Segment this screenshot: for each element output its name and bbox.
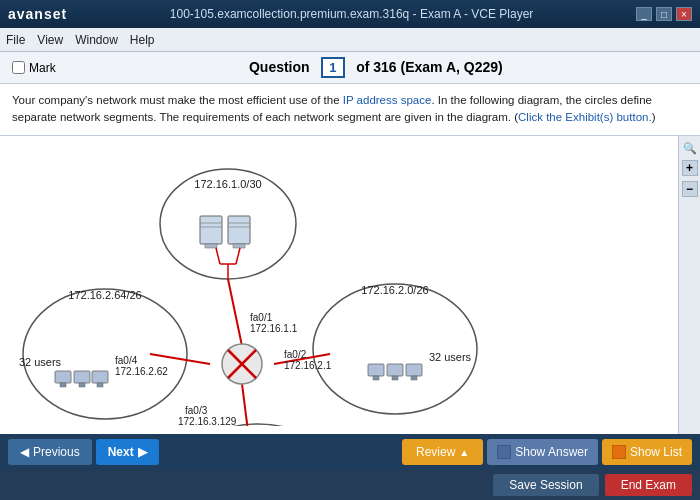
svg-rect-42 — [97, 383, 103, 387]
svg-text:172.16.2.62: 172.16.2.62 — [115, 366, 168, 377]
svg-rect-29 — [233, 244, 245, 248]
menu-file[interactable]: File — [6, 33, 25, 47]
svg-rect-44 — [373, 376, 379, 380]
svg-text:fa0/3: fa0/3 — [185, 405, 208, 416]
svg-line-31 — [236, 248, 240, 264]
svg-line-11 — [242, 384, 248, 426]
svg-line-30 — [216, 248, 220, 264]
save-session-button[interactable]: Save Session — [493, 474, 598, 496]
svg-point-2 — [23, 289, 187, 419]
close-button[interactable]: × — [676, 7, 692, 21]
mark-label: Mark — [29, 61, 56, 75]
prev-label: Previous — [33, 445, 80, 459]
end-exam-button[interactable]: End Exam — [605, 474, 692, 496]
next-label: Next — [108, 445, 134, 459]
mark-checkbox[interactable] — [12, 61, 25, 74]
logo-prefix: avan — [8, 6, 44, 22]
search-icon[interactable]: 🔍 — [683, 142, 697, 155]
menu-help[interactable]: Help — [130, 33, 155, 47]
review-arrow: ▲ — [459, 447, 469, 458]
title-bar: avanset 100-105.examcollection.premium.e… — [0, 0, 700, 28]
review-button[interactable]: Review ▲ — [402, 439, 483, 465]
bottom-toolbar: ◀ Previous Next ▶ Review ▲ Show Answer S… — [0, 434, 700, 470]
svg-rect-45 — [387, 364, 403, 376]
show-list-button[interactable]: Show List — [602, 439, 692, 465]
question-label: Question — [249, 59, 310, 75]
diagram-area: 172.16.1.0/30 172.16.2.64/26 172.16.2.0/… — [0, 136, 700, 435]
next-arrow: ▶ — [138, 445, 147, 459]
scroll-panel: 🔍 + − — [678, 136, 700, 435]
svg-rect-25 — [205, 244, 217, 248]
svg-line-8 — [228, 279, 242, 346]
svg-text:172.16.1.0/30: 172.16.1.0/30 — [194, 178, 261, 190]
menu-window[interactable]: Window — [75, 33, 118, 47]
svg-rect-22 — [200, 216, 222, 244]
svg-text:32 users: 32 users — [429, 351, 472, 363]
list-icon — [612, 445, 626, 459]
question-info: Question 1 of 316 (Exam A, Q229) — [64, 57, 688, 78]
window-controls: _ □ × — [636, 7, 692, 21]
svg-point-4 — [313, 284, 477, 414]
app-logo: avanset — [8, 6, 67, 22]
svg-rect-46 — [392, 376, 398, 380]
question-body: Your company's network must make the mos… — [12, 94, 656, 123]
svg-text:fa0/4: fa0/4 — [115, 355, 138, 366]
session-bar: Save Session End Exam — [0, 470, 700, 500]
prev-arrow: ◀ — [20, 445, 29, 459]
zoom-out-button[interactable]: − — [682, 181, 698, 197]
svg-rect-38 — [60, 383, 66, 387]
logo-suffix: set — [44, 6, 67, 22]
svg-text:172.16.2.1: 172.16.2.1 — [284, 360, 332, 371]
svg-text:32 users: 32 users — [19, 356, 62, 368]
svg-rect-40 — [79, 383, 85, 387]
svg-rect-26 — [228, 216, 250, 244]
svg-rect-37 — [55, 371, 71, 383]
question-header: Mark Question 1 of 316 (Exam A, Q229) — [0, 52, 700, 84]
svg-rect-43 — [368, 364, 384, 376]
previous-button[interactable]: ◀ Previous — [8, 439, 92, 465]
svg-text:172.16.1.1: 172.16.1.1 — [250, 323, 298, 334]
question-total: of 316 (Exam A, Q229) — [356, 59, 503, 75]
svg-rect-41 — [92, 371, 108, 383]
next-button[interactable]: Next ▶ — [96, 439, 159, 465]
question-text: Your company's network must make the mos… — [0, 84, 700, 136]
svg-rect-39 — [74, 371, 90, 383]
svg-text:172.16.3.129: 172.16.3.129 — [178, 416, 237, 426]
question-number: 1 — [321, 57, 344, 78]
minimize-button[interactable]: _ — [636, 7, 652, 21]
svg-text:fa0/2: fa0/2 — [284, 349, 307, 360]
show-answer-button[interactable]: Show Answer — [487, 439, 598, 465]
svg-rect-47 — [406, 364, 422, 376]
svg-rect-48 — [411, 376, 417, 380]
list-label: Show List — [630, 445, 682, 459]
mark-checkbox-area[interactable]: Mark — [12, 61, 56, 75]
menu-bar: File View Window Help — [0, 28, 700, 52]
svg-line-9 — [150, 354, 210, 364]
svg-text:fa0/1: fa0/1 — [250, 312, 273, 323]
zoom-in-button[interactable]: + — [682, 160, 698, 176]
maximize-button[interactable]: □ — [656, 7, 672, 21]
svg-text:172.16.2.64/26: 172.16.2.64/26 — [68, 289, 141, 301]
network-diagram: 172.16.1.0/30 172.16.2.64/26 172.16.2.0/… — [0, 136, 645, 426]
svg-text:172.16.2.0/26: 172.16.2.0/26 — [361, 284, 428, 296]
review-label: Review — [416, 445, 455, 459]
window-title: 100-105.examcollection.premium.exam.316q… — [170, 7, 534, 21]
menu-view[interactable]: View — [37, 33, 63, 47]
answer-label: Show Answer — [515, 445, 588, 459]
answer-icon — [497, 445, 511, 459]
